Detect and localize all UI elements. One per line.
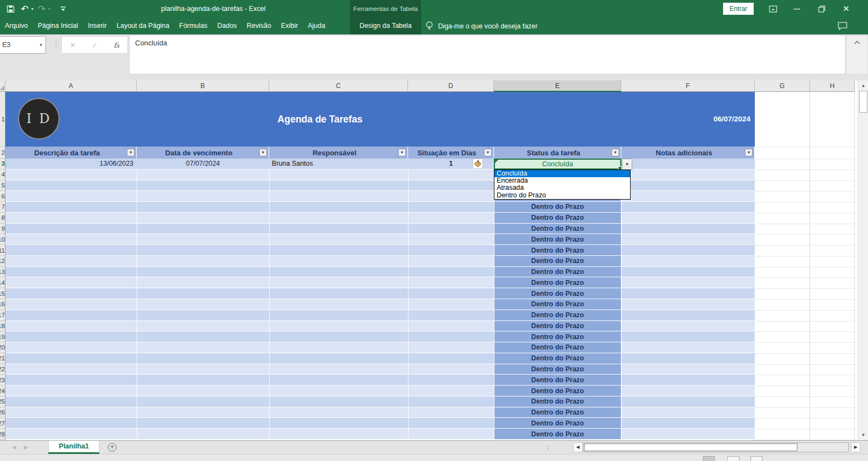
formula-input[interactable]: Concluída — [129, 35, 846, 74]
column-header-a[interactable]: A — [5, 80, 137, 92]
row-header-8[interactable]: 8 — [0, 213, 5, 224]
next-sheet-icon[interactable]: ▶ — [24, 441, 28, 454]
ribbon-tab-fórmulas[interactable]: Fórmulas — [174, 17, 213, 34]
vertical-scroll-thumb[interactable] — [859, 91, 867, 113]
table-row-10[interactable] — [5, 234, 755, 245]
error-checking-warning-icon[interactable]: ! — [473, 159, 483, 169]
column-header-b[interactable]: B — [137, 80, 269, 92]
row-header-14[interactable]: 14 — [0, 277, 5, 288]
data-validation-dropdown-button[interactable]: ▼ — [622, 159, 632, 170]
row-header-2[interactable]: 2 — [0, 147, 5, 159]
vertical-scrollbar[interactable]: ▲ ▼ — [858, 80, 868, 440]
row-header-16[interactable]: 16 — [0, 299, 5, 310]
ribbon-display-options-icon[interactable] — [765, 0, 781, 17]
table-row-28[interactable] — [5, 429, 755, 440]
table-row-13[interactable] — [5, 267, 755, 278]
normal-view-icon[interactable] — [703, 456, 715, 461]
prev-sheet-icon[interactable]: ◀ — [12, 441, 16, 454]
dropdown-option-atrasada[interactable]: Atrasada — [494, 184, 630, 191]
filter-dropdown-icon[interactable]: ▼ — [127, 149, 135, 156]
row-header-11[interactable]: 11 — [0, 245, 5, 256]
row-header-1[interactable]: 1 — [0, 92, 5, 147]
row-header-23[interactable]: 23 — [0, 375, 5, 386]
column-header-f[interactable]: F — [621, 80, 755, 92]
filter-dropdown-icon[interactable]: ▼ — [398, 149, 406, 156]
cell-e25[interactable]: Dentro do Prazo — [494, 396, 621, 407]
cell-e13[interactable]: Dentro do Prazo — [494, 267, 621, 278]
comments-icon[interactable] — [834, 17, 850, 34]
table-header-data-de-vencimento[interactable]: Data de vencimento▼ — [137, 147, 269, 159]
customize-quick-access-icon[interactable] — [57, 3, 69, 15]
sign-in-button[interactable]: Entrar — [723, 3, 754, 15]
cell-e24[interactable]: Dentro do Prazo — [494, 386, 621, 396]
row-header-18[interactable]: 18 — [0, 321, 5, 332]
filter-dropdown-icon[interactable]: ▼ — [745, 149, 753, 156]
scroll-down-icon[interactable]: ▼ — [859, 430, 868, 440]
column-header-e[interactable]: E — [494, 80, 621, 92]
filter-dropdown-icon[interactable]: ▼ — [611, 149, 619, 156]
column-header-d[interactable]: D — [408, 80, 494, 92]
column-header-c[interactable]: C — [269, 80, 408, 92]
cell-c3[interactable]: Bruna Santos — [269, 159, 408, 170]
tab-design-da-tabela[interactable]: Design da Tabela — [350, 17, 421, 34]
table-row-20[interactable] — [5, 342, 755, 353]
table-row-21[interactable] — [5, 353, 755, 364]
row-header-26[interactable]: 26 — [0, 407, 5, 418]
dropdown-option-dentro-do-prazo[interactable]: Dentro do Prazo — [494, 192, 630, 199]
table-row-4[interactable] — [5, 170, 755, 180]
cell-e21[interactable]: Dentro do Prazo — [494, 353, 621, 364]
filter-dropdown-icon[interactable]: ▼ — [259, 149, 267, 156]
table-row-15[interactable] — [5, 288, 755, 299]
row-header-27[interactable]: 27 — [0, 418, 5, 429]
banner-row[interactable]: I D Agenda de Tarefas 06/07/2024 — [5, 92, 755, 147]
table-header-situação-em-dias[interactable]: Situação em Dias▼ — [408, 147, 494, 159]
scroll-right-icon[interactable]: ▶ — [851, 442, 860, 452]
minimize-icon[interactable] — [789, 0, 805, 17]
filter-dropdown-icon[interactable]: ▼ — [484, 149, 492, 156]
cell-e17[interactable]: Dentro do Prazo — [494, 310, 621, 321]
row-header-10[interactable]: 10 — [0, 234, 5, 245]
table-row-16[interactable] — [5, 299, 755, 310]
table-header-notas-adicionais[interactable]: Notas adicionais▼ — [621, 147, 755, 159]
undo-icon[interactable]: ↶ — [19, 3, 31, 15]
row-header-24[interactable]: 24 — [0, 386, 5, 396]
ribbon-tab-arquivo[interactable]: Arquivo — [0, 17, 33, 34]
cell-e26[interactable]: Dentro do Prazo — [494, 407, 621, 418]
cell-d3[interactable]: 1! — [408, 159, 494, 170]
row-header-9[interactable]: 9 — [0, 224, 5, 235]
cell-e15[interactable]: Dentro do Prazo — [494, 288, 621, 299]
name-box-caret-icon[interactable]: ▾ — [39, 37, 42, 53]
cell-e27[interactable]: Dentro do Prazo — [494, 418, 621, 429]
row-header-5[interactable]: 5 — [0, 180, 5, 191]
cell-e20[interactable]: Dentro do Prazo — [494, 342, 621, 353]
table-row-18[interactable] — [5, 321, 755, 332]
scroll-left-icon[interactable]: ◀ — [573, 442, 582, 452]
table-row-22[interactable] — [5, 364, 755, 375]
row-header-21[interactable]: 21 — [0, 353, 5, 364]
cell-e16[interactable]: Dentro do Prazo — [494, 299, 621, 310]
table-header-descrição-da-tarefa[interactable]: Descrição da tarefa▼ — [5, 147, 137, 159]
sheet-tab-planilha1[interactable]: Planilha1 — [48, 441, 100, 454]
row-header-6[interactable]: 6 — [0, 191, 5, 202]
table-row-12[interactable] — [5, 256, 755, 267]
table-row-11[interactable] — [5, 245, 755, 256]
save-icon[interactable] — [4, 3, 16, 15]
row-header-22[interactable]: 22 — [0, 364, 5, 375]
table-row-23[interactable] — [5, 375, 755, 386]
row-header-20[interactable]: 20 — [0, 342, 5, 353]
add-sheet-icon[interactable]: + — [108, 443, 116, 452]
undo-caret-icon[interactable]: ▾ — [31, 7, 33, 11]
column-header-g[interactable]: G — [755, 80, 810, 92]
horizontal-scroll-thumb[interactable] — [584, 444, 797, 451]
column-header-h[interactable]: H — [810, 80, 855, 92]
row-header-13[interactable]: 13 — [0, 267, 5, 278]
row-header-19[interactable]: 19 — [0, 331, 5, 342]
selected-cell-e3[interactable]: Concluída — [494, 159, 621, 170]
ribbon-tab-dados[interactable]: Dados — [212, 17, 242, 34]
table-row-14[interactable] — [5, 277, 755, 288]
cell-e9[interactable]: Dentro do Prazo — [494, 224, 621, 235]
select-all-corner[interactable] — [0, 80, 5, 92]
cell-e19[interactable]: Dentro do Prazo — [494, 331, 621, 342]
ribbon-tab-página-inicial[interactable]: Página Inicial — [33, 17, 83, 34]
table-row-19[interactable] — [5, 331, 755, 342]
